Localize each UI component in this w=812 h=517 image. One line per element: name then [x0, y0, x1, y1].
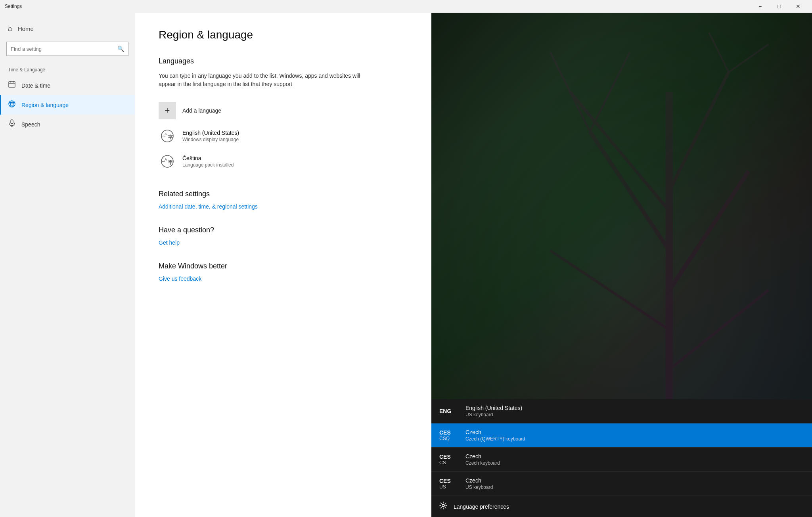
english-lang-desc: Windows display language — [182, 137, 239, 142]
lang-code-ces-csq: CES CSQ — [439, 429, 459, 441]
sidebar-item-region-language[interactable]: Region & language — [0, 95, 135, 115]
add-icon: + — [159, 102, 176, 119]
lang-switcher-item-ces-cs[interactable]: CES CS Czech Czech keyboard — [431, 448, 812, 472]
related-settings-title: Related settings — [159, 190, 408, 198]
czech-lang-desc: Language pack installed — [182, 162, 234, 168]
sidebar-item-speech-label: Speech — [21, 121, 40, 128]
add-language-label: Add a language — [182, 107, 221, 114]
language-switcher: ENG English (United States) US keyboard … — [431, 399, 812, 517]
right-panel: ENG English (United States) US keyboard … — [431, 13, 812, 517]
lang-details-eng-main: English (United States) — [465, 405, 522, 411]
feedback-link[interactable]: Give us feedback — [159, 276, 201, 282]
app-title: Settings — [5, 4, 22, 9]
wallpaper: ENG English (United States) US keyboard … — [431, 13, 812, 517]
date-time-icon — [8, 80, 16, 90]
restore-button[interactable]: □ — [770, 0, 788, 13]
lang-details-eng: English (United States) US keyboard — [465, 405, 522, 417]
svg-rect-9 — [11, 120, 13, 124]
close-button[interactable]: ✕ — [789, 0, 807, 13]
get-help-link[interactable]: Get help — [159, 239, 180, 246]
search-button[interactable]: 🔍 — [117, 46, 124, 52]
additional-date-time-link[interactable]: Additional date, time, & regional settin… — [159, 203, 258, 210]
english-lang-info: English (United States) Windows display … — [182, 130, 239, 142]
english-lang-icon: A 字 — [159, 127, 176, 145]
lang-details-eng-sub: US keyboard — [465, 412, 522, 417]
gear-icon — [439, 502, 447, 511]
add-language-button[interactable]: + Add a language — [159, 98, 221, 123]
sidebar-item-date-time[interactable]: Date & time — [0, 76, 135, 95]
home-icon: ⌂ — [8, 25, 12, 33]
language-item-english[interactable]: A 字 English (United States) Windows disp… — [159, 123, 408, 149]
lang-switcher-item-ces-csq[interactable]: CES CSQ Czech Czech (QWERTY) keyboard — [431, 423, 812, 448]
sidebar-item-home[interactable]: ⌂ Home — [0, 21, 135, 37]
sidebar-section-label: Time & Language — [0, 61, 135, 76]
lang-details-ces-cs-sub: Czech keyboard — [465, 460, 500, 466]
svg-rect-0 — [9, 82, 15, 87]
titlebar: Settings − □ ✕ — [0, 0, 812, 13]
lang-code-ces-cs-main: CES — [439, 454, 451, 460]
lang-details-ces-us-sub: US keyboard — [465, 484, 493, 490]
lang-code-ces-us: CES US — [439, 478, 459, 490]
lang-code-ces-us-main: CES — [439, 478, 451, 484]
lang-code-eng-main: ENG — [439, 408, 451, 414]
svg-text:A: A — [165, 132, 167, 136]
lang-details-ces-csq: Czech Czech (QWERTY) keyboard — [465, 429, 525, 442]
lang-details-ces-cs-main: Czech — [465, 453, 500, 460]
main-panel: Region & language Languages You can type… — [135, 13, 431, 517]
lang-code-ces-cs-sub: CS — [439, 460, 446, 465]
page-title: Region & language — [159, 29, 408, 41]
languages-description: You can type in any language you add to … — [159, 72, 365, 88]
sidebar-item-region-label: Region & language — [21, 102, 69, 108]
language-preferences-item[interactable]: Language preferences — [431, 496, 812, 517]
svg-text:字: 字 — [168, 160, 173, 165]
lang-details-ces-us: Czech US keyboard — [465, 477, 493, 490]
svg-text:A: A — [165, 157, 167, 161]
lang-code-eng: ENG — [439, 408, 459, 414]
svg-text:字: 字 — [168, 134, 173, 140]
lang-switcher-item-eng[interactable]: ENG English (United States) US keyboard — [431, 399, 812, 423]
lang-details-ces-cs: Czech Czech keyboard — [465, 453, 500, 466]
lang-code-ces-us-sub: US — [439, 484, 446, 490]
minimize-button[interactable]: − — [751, 0, 769, 13]
sidebar-home-label: Home — [18, 25, 34, 32]
czech-lang-name: Čeština — [182, 155, 234, 161]
svg-point-31 — [442, 504, 444, 507]
speech-icon — [8, 119, 16, 129]
sidebar-item-date-time-label: Date & time — [21, 82, 50, 89]
lang-details-ces-us-main: Czech — [465, 477, 493, 484]
lang-code-ces-cs: CES CS — [439, 454, 459, 465]
language-item-czech[interactable]: A 字 Čeština Language pack installed — [159, 149, 408, 174]
languages-section-title: Languages — [159, 57, 408, 65]
sidebar: ⌂ Home 🔍 Time & Language Date & time — [0, 13, 135, 517]
czech-lang-icon: A 字 — [159, 153, 176, 170]
czech-lang-info: Čeština Language pack installed — [182, 155, 234, 168]
english-lang-name: English (United States) — [182, 130, 239, 136]
lang-switcher-item-ces-us[interactable]: CES US Czech US keyboard — [431, 472, 812, 496]
search-box[interactable]: 🔍 — [6, 42, 128, 56]
feedback-title: Make Windows better — [159, 262, 408, 270]
lang-details-ces-csq-sub: Czech (QWERTY) keyboard — [465, 436, 525, 442]
window-controls: − □ ✕ — [751, 0, 807, 13]
search-input[interactable] — [11, 46, 117, 52]
sidebar-item-speech[interactable]: Speech — [0, 115, 135, 134]
question-title: Have a question? — [159, 226, 408, 234]
region-language-icon — [8, 100, 16, 110]
language-preferences-label: Language preferences — [454, 504, 509, 510]
lang-code-ces-csq-sub: CSQ — [439, 436, 450, 441]
app-body: ⌂ Home 🔍 Time & Language Date & time — [0, 13, 812, 517]
lang-details-ces-csq-main: Czech — [465, 429, 525, 435]
lang-code-ces-csq-main: CES — [439, 429, 451, 436]
